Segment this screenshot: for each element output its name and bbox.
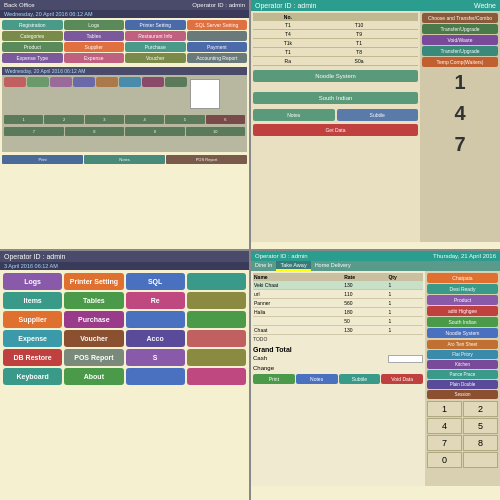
q4-pance[interactable]: Pance Prace [427,370,498,379]
q4-voiddata[interactable]: Void Data [381,374,423,384]
nav-btn-categories[interactable]: Categories [2,31,63,41]
q4-cat-south[interactable]: South Indian [427,317,498,327]
np-7[interactable]: 7 [427,435,462,451]
q3-btn-items[interactable]: Items [3,292,62,309]
q1-input-box[interactable] [190,79,220,109]
nav-btn-expensetype[interactable]: Expense Type [2,53,63,63]
nav-btn-expense[interactable]: Expense [64,53,125,63]
cat-btn-5[interactable]: Temp Comp(Waiters) [422,57,498,67]
cbtn7[interactable] [142,77,164,87]
cash-input[interactable] [388,355,423,363]
table-row[interactable]: T4T9 [253,30,418,39]
np-0[interactable]: 0 [427,452,462,468]
q4-subtile[interactable]: Subtile [339,374,381,384]
np-4[interactable]: 4 [427,418,462,434]
q4-notes[interactable]: Notes [296,374,338,384]
tab-homedelivery[interactable]: Home Delivery [311,261,355,271]
q1-br-4[interactable]: 4 [125,115,164,124]
q3-btn-s[interactable]: S [126,349,185,366]
order-row-5[interactable]: 501 [253,317,423,326]
cbtn3[interactable] [50,77,72,87]
nav-btn-product[interactable]: Product [2,42,63,52]
q4-cat-aditi[interactable]: aditi Highgee [427,306,498,316]
np-8[interactable]: 8 [463,435,498,451]
q3-btn-voucher[interactable]: Voucher [64,330,123,347]
q4-session[interactable]: Session [427,390,498,399]
cbtn1[interactable] [4,77,26,87]
q1-br-8[interactable]: 8 [65,127,125,136]
q3-btn-purchase[interactable]: Purchase [64,311,123,328]
nav-btn-restaurant[interactable]: Restaurant Info [125,31,186,41]
btn-subtitle[interactable]: Subtile [337,109,419,121]
nav-btn-voucher[interactable]: Voucher [125,53,186,63]
q1-br-10[interactable]: 10 [186,127,246,136]
order-row-3[interactable]: Panner5601 [253,299,423,308]
table-row[interactable]: T1T8 [253,48,418,57]
order-row-4[interactable]: Halia1801 [253,308,423,317]
nav-btn-supplier[interactable]: Supplier [64,42,125,52]
btn-get-data[interactable]: Get Data [253,124,418,136]
np-5[interactable]: 5 [463,418,498,434]
order-row-1[interactable]: Veki Chaat1301 [253,281,423,290]
np-1[interactable]: 1 [427,401,462,417]
q1-pos-report[interactable]: POS Report [166,155,247,164]
np-2[interactable]: 2 [463,401,498,417]
cat-btn-2[interactable]: Transfer/Upgrade [422,24,498,34]
table-row[interactable]: T1T10 [253,21,418,30]
cbtn2[interactable] [27,77,49,87]
nav-btn-logs[interactable]: Logs [64,20,125,30]
q4-cat-chatpata[interactable]: Chatpata [427,273,498,283]
q4-kitchen[interactable]: Kitchen [427,360,498,369]
nav-btn-registration[interactable]: Registration [2,20,63,30]
table-row[interactable]: RaS0a [253,57,418,66]
cbtn8[interactable] [165,77,187,87]
order-row-6[interactable]: Chaat1301 [253,326,423,335]
q1-br-6[interactable]: 6 [206,115,245,124]
nav-btn-tables[interactable]: Tables [64,31,125,41]
nav-btn-payment[interactable]: Payment [187,42,248,52]
q3-btn-expense[interactable]: Expense [3,330,62,347]
nav-btn-accounting[interactable]: Accounting Report [187,53,248,63]
q1-br-5[interactable]: 5 [165,115,204,124]
nav-btn-printer[interactable]: Printer Setting [125,20,186,30]
q4-print[interactable]: Print [253,374,295,384]
cat-btn-1[interactable]: Choose and Transfer/Combo [422,13,498,23]
q1-notes[interactable]: Notes [84,155,165,164]
q3-btn-supplier[interactable]: Supplier [3,311,62,328]
q1-print[interactable]: Print [2,155,83,164]
q3-btn-acco[interactable]: Acco [126,330,185,347]
cat-btn-4[interactable]: Transfer/Upgrade [422,46,498,56]
q4-arotieri[interactable]: Aro Tieri Sheet [427,340,498,349]
q3-btn-keyboard[interactable]: Keyboard [3,368,62,385]
q3-btn-sql[interactable]: SQL [126,273,185,290]
order-row-2[interactable]: url1101 [253,290,423,299]
q3-btn-about[interactable]: About [64,368,123,385]
q4-plaindouble[interactable]: Plain Double [427,380,498,389]
cbtn5[interactable] [96,77,118,87]
q3-btn-dbrestore[interactable]: DB Restore [3,349,62,366]
btn-notes[interactable]: Notes [253,109,335,121]
q3-btn-tables[interactable]: Tables [64,292,123,309]
q1-br-1[interactable]: 1 [4,115,43,124]
cat-noodle[interactable]: Noodle System [253,70,418,82]
q3-btn-posreport[interactable]: POS Report [64,349,123,366]
q3-btn-re[interactable]: Re [126,292,185,309]
cat-btn-3[interactable]: Void/Waste [422,35,498,45]
q1-br-2[interactable]: 2 [44,115,83,124]
q1-br-7[interactable]: 7 [4,127,64,136]
q4-cat-product[interactable]: Product [427,295,498,305]
cat-south-indian[interactable]: South Indian [253,92,418,104]
q4-cat-desi[interactable]: Desi Ready [427,284,498,294]
q1-br-9[interactable]: 9 [125,127,185,136]
q3-btn-logs[interactable]: Logs [3,273,62,290]
q4-cat-noodle[interactable]: Noodle System [427,328,498,338]
table-row[interactable]: T1kT1 [253,39,418,48]
cbtn4[interactable] [73,77,95,87]
q4-flatpriory[interactable]: Flat Priory [427,350,498,359]
q1-br-3[interactable]: 3 [85,115,124,124]
tab-takeaway[interactable]: Take Away [276,261,310,271]
nav-btn-purchase[interactable]: Purchase [125,42,186,52]
cbtn6[interactable] [119,77,141,87]
tab-dinein[interactable]: Dine In [251,261,276,271]
nav-btn-sql[interactable]: SQL Server Setting [187,20,248,30]
